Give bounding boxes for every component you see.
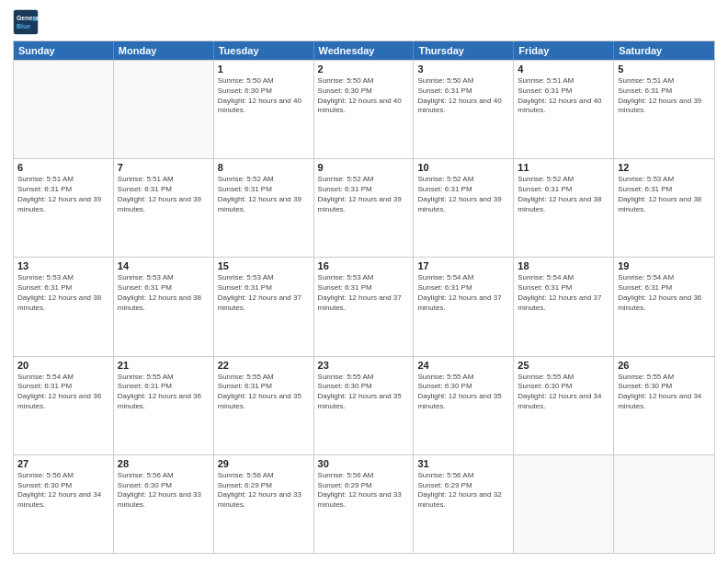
day-number: 17: [417, 260, 509, 271]
day-detail: Sunrise: 5:56 AMSunset: 6:30 PMDaylight:…: [17, 471, 109, 511]
day-number: 16: [318, 260, 410, 271]
day-cell-9: 9 Sunrise: 5:52 AMSunset: 6:31 PMDayligh…: [314, 159, 415, 257]
calendar: SundayMondayTuesdayWednesdayThursdayFrid…: [13, 40, 715, 554]
day-detail: Sunrise: 5:53 AMSunset: 6:31 PMDaylight:…: [118, 273, 210, 313]
day-detail: Sunrise: 5:52 AMSunset: 6:31 PMDaylight:…: [218, 175, 310, 214]
day-number: 18: [518, 260, 609, 271]
day-header-thursday: Thursday: [414, 41, 514, 60]
day-cell-26: 26 Sunrise: 5:55 AMSunset: 6:30 PMDaylig…: [614, 357, 714, 454]
day-header-saturday: Saturday: [614, 41, 714, 60]
day-detail: Sunrise: 5:56 AMSunset: 6:30 PMDaylight:…: [118, 471, 210, 511]
day-detail: Sunrise: 5:56 AMSunset: 6:29 PMDaylight:…: [318, 471, 410, 511]
day-cell-13: 13 Sunrise: 5:53 AMSunset: 6:31 PMDaylig…: [14, 258, 114, 355]
day-number: 29: [218, 458, 310, 469]
day-detail: Sunrise: 5:51 AMSunset: 6:31 PMDaylight:…: [17, 175, 109, 214]
day-detail: Sunrise: 5:52 AMSunset: 6:31 PMDaylight:…: [518, 175, 609, 214]
day-header-wednesday: Wednesday: [314, 41, 415, 60]
day-cell-25: 25 Sunrise: 5:55 AMSunset: 6:30 PMDaylig…: [514, 357, 614, 454]
day-detail: Sunrise: 5:53 AMSunset: 6:31 PMDaylight:…: [318, 273, 410, 313]
page: General Blue SundayMondayTuesdayWednesda…: [0, 0, 728, 563]
day-number: 19: [618, 260, 711, 271]
day-cell-20: 20 Sunrise: 5:54 AMSunset: 6:31 PMDaylig…: [14, 357, 114, 454]
day-cell-2: 2 Sunrise: 5:50 AMSunset: 6:30 PMDayligh…: [314, 61, 415, 158]
day-detail: Sunrise: 5:51 AMSunset: 6:31 PMDaylight:…: [518, 76, 609, 116]
day-cell-19: 19 Sunrise: 5:54 AMSunset: 6:31 PMDaylig…: [614, 258, 714, 355]
day-cell-15: 15 Sunrise: 5:53 AMSunset: 6:31 PMDaylig…: [214, 258, 314, 355]
day-detail: Sunrise: 5:53 AMSunset: 6:31 PMDaylight:…: [618, 175, 711, 214]
day-detail: Sunrise: 5:53 AMSunset: 6:31 PMDaylight:…: [218, 273, 310, 313]
week-row-4: 20 Sunrise: 5:54 AMSunset: 6:31 PMDaylig…: [14, 356, 714, 454]
day-cell-14: 14 Sunrise: 5:53 AMSunset: 6:31 PMDaylig…: [114, 258, 214, 355]
day-cell-12: 12 Sunrise: 5:53 AMSunset: 6:31 PMDaylig…: [614, 159, 714, 257]
logo-icon: General Blue: [13, 9, 39, 35]
day-number: 5: [618, 63, 711, 75]
day-number: 20: [17, 360, 109, 371]
day-detail: Sunrise: 5:52 AMSunset: 6:31 PMDaylight:…: [417, 175, 509, 214]
day-number: 6: [17, 162, 109, 173]
day-cell-18: 18 Sunrise: 5:54 AMSunset: 6:31 PMDaylig…: [514, 258, 614, 355]
day-cell-27: 27 Sunrise: 5:56 AMSunset: 6:30 PMDaylig…: [14, 455, 114, 553]
day-detail: Sunrise: 5:55 AMSunset: 6:30 PMDaylight:…: [618, 373, 711, 412]
day-header-monday: Monday: [114, 41, 214, 60]
day-number: 24: [417, 360, 509, 371]
day-number: 9: [318, 162, 410, 173]
day-cell-5: 5 Sunrise: 5:51 AMSunset: 6:31 PMDayligh…: [614, 61, 714, 158]
day-number: 12: [618, 162, 711, 173]
day-number: 28: [118, 458, 210, 469]
day-number: 21: [118, 360, 210, 371]
day-cell-16: 16 Sunrise: 5:53 AMSunset: 6:31 PMDaylig…: [314, 258, 415, 355]
day-number: 11: [518, 162, 609, 173]
day-detail: Sunrise: 5:55 AMSunset: 6:31 PMDaylight:…: [218, 373, 310, 412]
day-cell-4: 4 Sunrise: 5:51 AMSunset: 6:31 PMDayligh…: [514, 61, 614, 158]
empty-cell: [614, 455, 714, 553]
day-cell-24: 24 Sunrise: 5:55 AMSunset: 6:30 PMDaylig…: [414, 357, 514, 454]
day-number: 27: [17, 458, 109, 469]
day-detail: Sunrise: 5:51 AMSunset: 6:31 PMDaylight:…: [618, 76, 711, 116]
day-header-sunday: Sunday: [14, 41, 114, 60]
day-number: 15: [218, 260, 310, 271]
day-number: 22: [218, 360, 310, 371]
day-number: 26: [618, 360, 711, 371]
week-row-3: 13 Sunrise: 5:53 AMSunset: 6:31 PMDaylig…: [14, 257, 714, 355]
day-detail: Sunrise: 5:52 AMSunset: 6:31 PMDaylight:…: [318, 175, 410, 214]
day-cell-11: 11 Sunrise: 5:52 AMSunset: 6:31 PMDaylig…: [514, 159, 614, 257]
day-cell-28: 28 Sunrise: 5:56 AMSunset: 6:30 PMDaylig…: [114, 455, 214, 553]
day-number: 13: [17, 260, 109, 271]
week-row-2: 6 Sunrise: 5:51 AMSunset: 6:31 PMDayligh…: [14, 158, 714, 257]
day-detail: Sunrise: 5:50 AMSunset: 6:30 PMDaylight:…: [318, 76, 410, 116]
day-detail: Sunrise: 5:55 AMSunset: 6:30 PMDaylight:…: [518, 373, 609, 412]
day-cell-17: 17 Sunrise: 5:54 AMSunset: 6:31 PMDaylig…: [414, 258, 514, 355]
empty-cell: [114, 61, 214, 158]
svg-text:Blue: Blue: [17, 23, 30, 29]
week-row-5: 27 Sunrise: 5:56 AMSunset: 6:30 PMDaylig…: [14, 454, 714, 553]
day-number: 25: [518, 360, 609, 371]
day-number: 31: [417, 458, 509, 469]
day-detail: Sunrise: 5:56 AMSunset: 6:29 PMDaylight:…: [417, 471, 509, 511]
day-cell-7: 7 Sunrise: 5:51 AMSunset: 6:31 PMDayligh…: [114, 159, 214, 257]
day-detail: Sunrise: 5:54 AMSunset: 6:31 PMDaylight:…: [417, 273, 509, 313]
day-header-friday: Friday: [514, 41, 614, 60]
day-cell-21: 21 Sunrise: 5:55 AMSunset: 6:31 PMDaylig…: [114, 357, 214, 454]
day-detail: Sunrise: 5:55 AMSunset: 6:31 PMDaylight:…: [118, 373, 210, 412]
day-cell-3: 3 Sunrise: 5:50 AMSunset: 6:31 PMDayligh…: [414, 61, 514, 158]
day-detail: Sunrise: 5:50 AMSunset: 6:31 PMDaylight:…: [417, 76, 509, 116]
calendar-body: 1 Sunrise: 5:50 AMSunset: 6:30 PMDayligh…: [14, 60, 714, 553]
day-detail: Sunrise: 5:55 AMSunset: 6:30 PMDaylight:…: [318, 373, 410, 412]
day-number: 23: [318, 360, 410, 371]
logo: General Blue: [13, 9, 41, 35]
day-detail: Sunrise: 5:55 AMSunset: 6:30 PMDaylight:…: [417, 373, 509, 412]
day-cell-30: 30 Sunrise: 5:56 AMSunset: 6:29 PMDaylig…: [314, 455, 415, 553]
header: General Blue: [13, 9, 715, 35]
day-number: 1: [218, 63, 310, 75]
svg-rect-0: [14, 10, 38, 34]
day-number: 30: [318, 458, 410, 469]
day-detail: Sunrise: 5:54 AMSunset: 6:31 PMDaylight:…: [518, 273, 609, 313]
day-detail: Sunrise: 5:53 AMSunset: 6:31 PMDaylight:…: [17, 273, 109, 313]
day-cell-22: 22 Sunrise: 5:55 AMSunset: 6:31 PMDaylig…: [214, 357, 314, 454]
day-number: 2: [318, 63, 410, 75]
day-cell-23: 23 Sunrise: 5:55 AMSunset: 6:30 PMDaylig…: [314, 357, 415, 454]
day-cell-1: 1 Sunrise: 5:50 AMSunset: 6:30 PMDayligh…: [214, 61, 314, 158]
day-detail: Sunrise: 5:51 AMSunset: 6:31 PMDaylight:…: [118, 175, 210, 214]
day-cell-29: 29 Sunrise: 5:56 AMSunset: 6:29 PMDaylig…: [214, 455, 314, 553]
empty-cell: [514, 455, 614, 553]
